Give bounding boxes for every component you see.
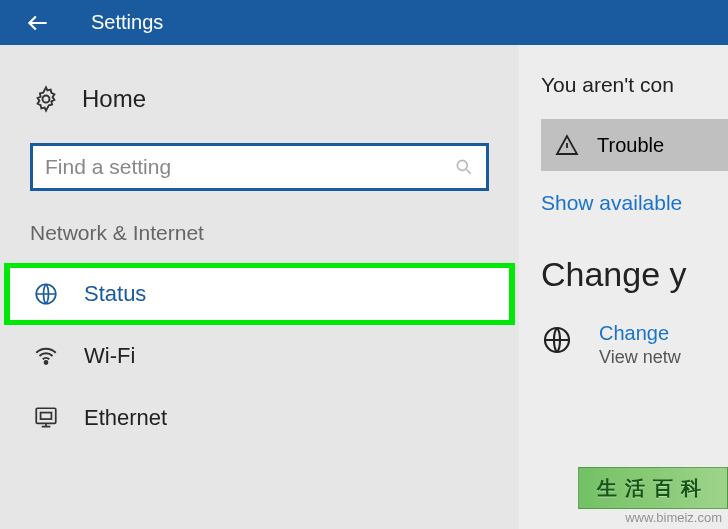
troubleshoot-label: Trouble — [597, 134, 664, 157]
ethernet-icon — [30, 405, 62, 431]
section-heading: Change y — [541, 255, 728, 294]
watermark-text: www.bimeiz.com — [625, 510, 722, 525]
wifi-icon — [30, 343, 62, 369]
window-body: Home Network & Internet — [0, 45, 728, 529]
svg-rect-5 — [41, 413, 52, 420]
sidebar: Home Network & Internet — [0, 45, 519, 529]
sidebar-item-status[interactable]: Status — [4, 263, 515, 325]
adapter-subtext: View netw — [599, 347, 681, 368]
globe-grid-icon — [30, 281, 62, 307]
settings-window: Settings Home — [0, 0, 728, 529]
sidebar-item-label: Wi-Fi — [84, 343, 135, 369]
adapter-options-row: Change View netw — [541, 322, 728, 368]
svg-point-3 — [45, 361, 48, 364]
main-content: You aren't con Trouble Show available Ch… — [519, 45, 728, 529]
adapter-texts: Change View netw — [599, 322, 681, 368]
sidebar-item-wifi[interactable]: Wi-Fi — [0, 325, 519, 387]
search-input[interactable] — [45, 155, 454, 179]
svg-point-0 — [43, 96, 50, 103]
change-adapter-link[interactable]: Change — [599, 322, 681, 345]
gear-icon — [30, 85, 62, 113]
show-networks-link[interactable]: Show available — [541, 191, 728, 215]
home-nav[interactable]: Home — [0, 75, 519, 123]
category-header: Network & Internet — [0, 215, 519, 263]
search-icon — [454, 157, 474, 177]
home-label: Home — [82, 85, 146, 113]
troubleshoot-button[interactable]: Trouble — [541, 119, 728, 171]
svg-point-1 — [457, 160, 467, 170]
back-arrow-icon — [25, 10, 51, 36]
search-box[interactable] — [30, 143, 489, 191]
svg-rect-4 — [36, 408, 56, 423]
warning-icon — [555, 133, 579, 157]
back-button[interactable] — [0, 0, 75, 45]
sidebar-item-label: Ethernet — [84, 405, 167, 431]
watermark-logo: 生活百科 — [578, 467, 728, 509]
search-container — [30, 143, 489, 191]
sidebar-item-label: Status — [84, 281, 146, 307]
sidebar-item-ethernet[interactable]: Ethernet — [0, 387, 519, 449]
globe-icon — [541, 324, 577, 356]
titlebar: Settings — [0, 0, 728, 45]
connection-status-text: You aren't con — [541, 73, 728, 97]
window-title: Settings — [91, 11, 163, 34]
